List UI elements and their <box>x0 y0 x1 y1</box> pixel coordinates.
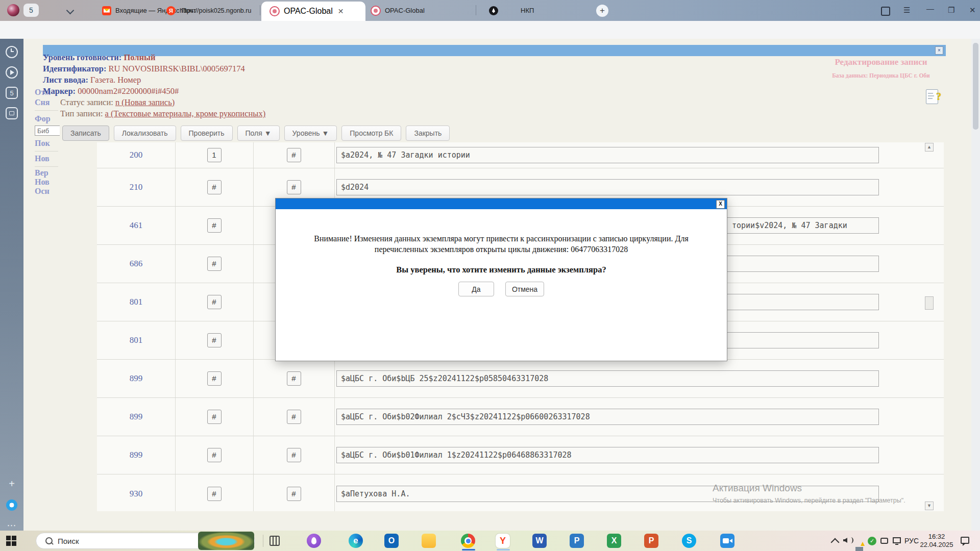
field-value-input[interactable]: $a2024, № 47 Загадки истории <box>336 147 879 163</box>
menu-item[interactable]: Пок <box>35 139 50 148</box>
yandex-browser-icon[interactable]: Y <box>495 533 510 548</box>
excel-icon[interactable]: X <box>606 533 622 548</box>
counter-badge-icon[interactable]: 5 <box>6 87 18 99</box>
chevron-down-icon[interactable] <box>66 7 75 15</box>
fields-dropdown-button[interactable]: Поля ▼ <box>237 126 280 141</box>
tab-opac-global-2[interactable]: OPAC-Global <box>371 0 473 21</box>
help-icon[interactable]: ? <box>926 89 938 104</box>
record-status-link[interactable]: n (Новая запись) <box>115 97 175 107</box>
yes-button[interactable]: Да <box>458 282 494 296</box>
table-scroll-up-button[interactable]: ▲ <box>925 143 934 152</box>
window-close-button[interactable]: ✕ <box>969 6 976 15</box>
file-explorer-icon[interactable] <box>421 533 436 548</box>
dialog-close-button[interactable]: X <box>716 200 725 209</box>
table-row-899c: 899 # # $aЦБС г. Оби$b01Филиал 1$z202411… <box>97 436 944 474</box>
field-number: 899 <box>130 373 143 383</box>
field-value-input[interactable]: $aЦБС г. Оби$bЦБ 25$z20241122$p058504633… <box>336 370 879 387</box>
table-scroll-thumb[interactable] <box>925 296 934 310</box>
clock[interactable]: 16:32 22.04.2025 <box>918 533 955 549</box>
save-button[interactable]: Записать <box>62 126 109 141</box>
powerpoint-icon[interactable]: P <box>644 533 659 548</box>
publisher-icon[interactable]: P <box>569 533 584 548</box>
tab-close-icon[interactable]: ✕ <box>338 7 344 15</box>
language-indicator[interactable]: РУС <box>904 537 919 545</box>
close-button[interactable]: Закрыть <box>406 126 450 141</box>
indicator1-button[interactable]: # <box>207 371 222 386</box>
menu-icon[interactable]: ☰ <box>903 6 910 15</box>
field-number: 801 <box>130 335 143 345</box>
view-bk-button[interactable]: Просмотр БК <box>341 126 401 141</box>
yandex-alias-icon[interactable] <box>306 533 322 548</box>
network-monitor-icon[interactable] <box>893 537 901 543</box>
dialog-question-text: Вы уверены, что хотите изменить данные э… <box>276 265 727 275</box>
panel-icon[interactable] <box>881 7 890 16</box>
tab-separator <box>260 5 260 15</box>
indicator1-button[interactable]: # <box>207 410 222 424</box>
indicator1-button[interactable]: # <box>207 180 222 194</box>
indicator1-button[interactable]: # <box>207 448 222 462</box>
field-value-input[interactable]: $aЦБС г. Оби$b01Филиал 1$z20241122$p0646… <box>336 447 879 463</box>
field-value-input[interactable]: $d2024 <box>336 179 879 195</box>
tab-group-counter[interactable]: 5 <box>23 4 39 17</box>
field-number: 210 <box>130 182 143 192</box>
field-value-input[interactable]: $aЦБС г. Оби$b02Филиал 2$cЧЗ$z20241122$p… <box>336 409 879 425</box>
profile-avatar[interactable] <box>7 4 19 16</box>
menu-item[interactable]: Вер <box>35 168 48 178</box>
indicator2-button[interactable]: # <box>287 371 301 386</box>
indicator1-button[interactable]: # <box>207 218 222 233</box>
tab-label: OPAC-Global <box>284 7 333 16</box>
history-icon[interactable] <box>6 46 18 58</box>
more-dots-icon[interactable]: ⋯ <box>6 519 18 532</box>
word-icon[interactable]: W <box>532 533 547 548</box>
window-minimize-button[interactable]: — <box>926 4 934 13</box>
address-bar: ← Я ⟳ poisk025.ngonb.ru OPAC-Global ⚑ ⋮ … <box>0 21 980 39</box>
notification-icon[interactable] <box>961 537 969 544</box>
screenshot-icon[interactable] <box>6 107 18 119</box>
outlook-icon[interactable]: O <box>384 533 399 548</box>
level-dropdown-button[interactable]: Уровень ▼ <box>284 126 337 141</box>
edge-icon[interactable]: e <box>348 533 363 548</box>
menu-item[interactable]: Нов <box>35 178 50 187</box>
indicator2-button[interactable]: # <box>287 180 301 194</box>
opac-page: × Отм Сня Фор Биб Пок Нов Вер Нов Осн Ур… <box>23 39 971 531</box>
cancel-button[interactable]: Отмена <box>505 282 544 296</box>
tab-opac-global-active[interactable]: OPAC-Global ✕ <box>261 2 365 21</box>
indicator1-button[interactable]: # <box>207 487 222 501</box>
menu-input[interactable]: Биб <box>35 126 60 136</box>
indicator2-button[interactable]: # <box>287 148 301 162</box>
strip-close-icon[interactable]: × <box>935 46 943 55</box>
record-type-link[interactable]: a (Текстовые материалы, кроме рукописных… <box>105 109 266 118</box>
start-button[interactable] <box>6 536 16 546</box>
windows-activation-watermark: Активация Windows Чтобы активировать Win… <box>713 483 905 504</box>
yandex-services-ball-icon[interactable] <box>6 499 17 511</box>
window-maximize-button[interactable]: ❐ <box>948 6 954 15</box>
weather-widget-image[interactable] <box>198 532 254 550</box>
dialog-title-bar[interactable] <box>276 198 727 209</box>
table-scroll-down-button[interactable]: ▼ <box>925 502 934 510</box>
check-button[interactable]: Проверить <box>181 126 233 141</box>
indicator2-button[interactable]: # <box>287 410 301 424</box>
skype-icon[interactable]: S <box>681 533 697 548</box>
indicator1-button[interactable]: 1 <box>207 148 222 162</box>
indicator1-button[interactable]: # <box>207 257 222 271</box>
new-tab-button[interactable]: + <box>596 5 608 17</box>
indicator1-button[interactable]: # <box>207 333 222 347</box>
antivirus-ok-icon[interactable]: ✓ <box>868 537 876 545</box>
indicator2-button[interactable]: # <box>287 487 301 501</box>
chrome-icon[interactable] <box>460 533 476 548</box>
tray-camera-icon[interactable] <box>880 538 888 544</box>
menu-item[interactable]: Осн <box>35 187 50 196</box>
task-view-icon[interactable] <box>270 536 280 546</box>
indicator1-button[interactable]: # <box>207 295 222 309</box>
defender-shield-icon[interactable] <box>855 547 863 551</box>
browser-scrollbar-thumb[interactable] <box>973 43 978 130</box>
add-icon[interactable]: + <box>6 478 18 490</box>
indicator2-button[interactable]: # <box>287 448 301 462</box>
play-icon[interactable] <box>6 66 18 79</box>
field-number: 899 <box>130 412 143 421</box>
tab-poisk-url[interactable]: Я https://poisk025.ngonb.ru <box>166 0 258 21</box>
tab-nkp[interactable]: НКП <box>484 0 591 21</box>
localize-button[interactable]: Локализовать <box>114 126 176 141</box>
movies-app-icon[interactable] <box>720 533 735 548</box>
menu-item[interactable]: Нов <box>35 154 50 163</box>
